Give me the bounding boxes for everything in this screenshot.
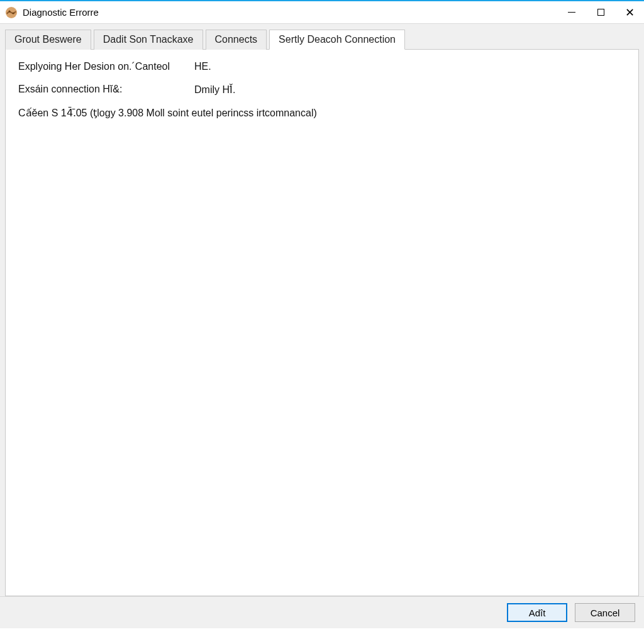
info-row: Exsáin connection Hĭ&: Dmily HĬ́. xyxy=(18,84,626,96)
button-bar: Adît Cancel xyxy=(0,596,644,628)
status-line: Cấěen S 14̄.̄05 (ƫlogy 3.908 Moll soint … xyxy=(18,107,626,119)
row2-value: Dmily HĬ́. xyxy=(194,84,235,96)
tab-area: Grout Beswere Dadit Son Tnackaxe Connect… xyxy=(0,24,644,596)
info-row: Explyoing Her Desion on.´Canteol HE. xyxy=(18,61,626,72)
minimize-icon xyxy=(568,12,575,13)
maximize-button[interactable] xyxy=(586,1,615,23)
dialog-window: Diagnostic Errorre ✕ Grout Beswere Dadit… xyxy=(0,0,644,644)
window-controls: ✕ xyxy=(557,1,644,23)
maximize-icon xyxy=(597,9,604,16)
tab-grout[interactable]: Grout Beswere xyxy=(5,30,91,50)
tab-sertly-deacoh-connection[interactable]: Sertly Deacoh Connection xyxy=(269,30,405,50)
cancel-button[interactable]: Cancel xyxy=(575,603,635,622)
window-title: Diagnostic Errorre xyxy=(23,7,99,18)
row1-label: Explyoing Her Desion on.´Canteol xyxy=(18,61,194,72)
tab-panel: Explyoing Her Desion on.´Canteol HE. Exs… xyxy=(5,49,639,596)
tab-connects[interactable]: Connects xyxy=(206,30,267,50)
svg-point-2 xyxy=(13,12,14,14)
row1-value: HE. xyxy=(194,61,211,72)
close-button[interactable]: ✕ xyxy=(615,1,644,23)
row2-label: Exsáin connection Hĭ&: xyxy=(18,84,194,96)
close-icon: ✕ xyxy=(625,7,635,18)
app-icon xyxy=(5,6,18,19)
tab-strip: Grout Beswere Dadit Son Tnackaxe Connect… xyxy=(5,30,639,50)
tab-dadit[interactable]: Dadit Son Tnackaxe xyxy=(94,30,203,50)
adit-button[interactable]: Adît xyxy=(507,603,567,622)
svg-point-1 xyxy=(9,10,11,12)
titlebar: Diagnostic Errorre ✕ xyxy=(0,1,644,24)
minimize-button[interactable] xyxy=(557,1,586,23)
